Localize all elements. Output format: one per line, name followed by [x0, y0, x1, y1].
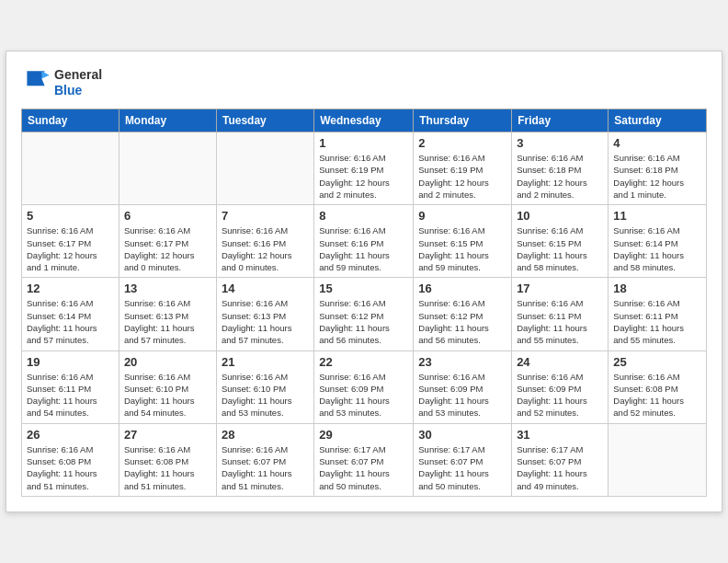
day-info-7: Sunrise: 6:16 AM Sunset: 6:16 PM Dayligh… — [222, 224, 309, 273]
day-number-30: 30 — [418, 428, 506, 442]
day-number-25: 25 — [613, 355, 701, 369]
day-cell-24: 24Sunrise: 6:16 AM Sunset: 6:09 PM Dayli… — [512, 350, 609, 423]
week-row-2: 5Sunrise: 6:16 AM Sunset: 6:17 PM Daylig… — [22, 205, 707, 278]
day-number-15: 15 — [319, 282, 408, 295]
day-cell-23: 23Sunrise: 6:16 AM Sunset: 6:09 PM Dayli… — [414, 350, 512, 423]
day-number-9: 9 — [418, 209, 506, 223]
week-row-1: 1Sunrise: 6:16 AM Sunset: 6:19 PM Daylig… — [22, 132, 707, 205]
weekday-header-row: SundayMondayTuesdayWednesdayThursdayFrid… — [22, 109, 707, 132]
day-number-1: 1 — [319, 136, 408, 150]
day-info-20: Sunrise: 6:16 AM Sunset: 6:10 PM Dayligh… — [124, 371, 211, 419]
day-info-18: Sunrise: 6:16 AM Sunset: 6:11 PM Dayligh… — [613, 297, 701, 346]
day-info-26: Sunrise: 6:16 AM Sunset: 6:08 PM Dayligh… — [27, 443, 114, 492]
svg-marker-1 — [41, 71, 49, 78]
day-info-14: Sunrise: 6:16 AM Sunset: 6:13 PM Dayligh… — [222, 297, 309, 346]
day-number-31: 31 — [517, 428, 603, 442]
day-cell-13: 13Sunrise: 6:16 AM Sunset: 6:13 PM Dayli… — [119, 278, 216, 350]
day-cell-27: 27Sunrise: 6:16 AM Sunset: 6:08 PM Dayli… — [119, 423, 216, 496]
day-cell-14: 14Sunrise: 6:16 AM Sunset: 6:13 PM Dayli… — [216, 278, 313, 350]
day-info-5: Sunrise: 6:16 AM Sunset: 6:17 PM Dayligh… — [27, 224, 114, 273]
general-blue-logo-icon — [21, 66, 51, 99]
day-cell-2: 2Sunrise: 6:16 AM Sunset: 6:19 PM Daylig… — [414, 132, 512, 205]
day-cell-5: 5Sunrise: 6:16 AM Sunset: 6:17 PM Daylig… — [22, 205, 119, 278]
day-cell-28: 28Sunrise: 6:16 AM Sunset: 6:07 PM Dayli… — [216, 423, 313, 496]
day-number-7: 7 — [222, 209, 309, 223]
day-number-11: 11 — [613, 209, 701, 223]
day-cell-16: 16Sunrise: 6:16 AM Sunset: 6:12 PM Dayli… — [414, 278, 512, 350]
day-number-4: 4 — [613, 136, 701, 150]
day-info-16: Sunrise: 6:16 AM Sunset: 6:12 PM Dayligh… — [418, 297, 506, 346]
day-cell-1: 1Sunrise: 6:16 AM Sunset: 6:19 PM Daylig… — [314, 132, 414, 205]
day-cell-31: 31Sunrise: 6:17 AM Sunset: 6:07 PM Dayli… — [512, 423, 609, 496]
day-cell-22: 22Sunrise: 6:16 AM Sunset: 6:09 PM Dayli… — [314, 350, 414, 423]
day-info-30: Sunrise: 6:17 AM Sunset: 6:07 PM Dayligh… — [418, 443, 506, 492]
week-row-4: 19Sunrise: 6:16 AM Sunset: 6:11 PM Dayli… — [22, 350, 707, 423]
day-cell-11: 11Sunrise: 6:16 AM Sunset: 6:14 PM Dayli… — [609, 205, 707, 278]
logo: GeneralBlue — [21, 66, 102, 99]
empty-cell — [216, 132, 313, 205]
day-number-28: 28 — [222, 428, 309, 442]
day-number-5: 5 — [27, 209, 114, 223]
day-cell-12: 12Sunrise: 6:16 AM Sunset: 6:14 PM Dayli… — [22, 278, 119, 350]
day-number-8: 8 — [319, 209, 408, 223]
day-number-10: 10 — [517, 209, 603, 223]
day-info-9: Sunrise: 6:16 AM Sunset: 6:15 PM Dayligh… — [418, 224, 506, 273]
day-info-23: Sunrise: 6:16 AM Sunset: 6:09 PM Dayligh… — [418, 371, 506, 419]
day-info-2: Sunrise: 6:16 AM Sunset: 6:19 PM Dayligh… — [418, 152, 506, 201]
day-info-4: Sunrise: 6:16 AM Sunset: 6:18 PM Dayligh… — [613, 152, 701, 201]
empty-cell — [119, 132, 216, 205]
day-cell-4: 4Sunrise: 6:16 AM Sunset: 6:18 PM Daylig… — [609, 132, 707, 205]
calendar-grid: SundayMondayTuesdayWednesdayThursdayFrid… — [21, 109, 707, 497]
day-number-14: 14 — [222, 282, 309, 295]
day-cell-7: 7Sunrise: 6:16 AM Sunset: 6:16 PM Daylig… — [216, 205, 313, 278]
day-info-21: Sunrise: 6:16 AM Sunset: 6:10 PM Dayligh… — [222, 371, 309, 419]
day-info-19: Sunrise: 6:16 AM Sunset: 6:11 PM Dayligh… — [27, 371, 114, 419]
weekday-header-saturday: Saturday — [609, 109, 707, 132]
day-number-12: 12 — [27, 282, 114, 295]
day-info-27: Sunrise: 6:16 AM Sunset: 6:08 PM Dayligh… — [124, 443, 211, 492]
day-cell-30: 30Sunrise: 6:17 AM Sunset: 6:07 PM Dayli… — [414, 423, 512, 496]
day-number-20: 20 — [124, 355, 211, 369]
day-info-25: Sunrise: 6:16 AM Sunset: 6:08 PM Dayligh… — [613, 371, 701, 419]
day-info-13: Sunrise: 6:16 AM Sunset: 6:13 PM Dayligh… — [124, 297, 211, 346]
day-info-15: Sunrise: 6:16 AM Sunset: 6:12 PM Dayligh… — [319, 297, 408, 346]
day-cell-9: 9Sunrise: 6:16 AM Sunset: 6:15 PM Daylig… — [414, 205, 512, 278]
day-cell-15: 15Sunrise: 6:16 AM Sunset: 6:12 PM Dayli… — [314, 278, 414, 350]
day-number-21: 21 — [222, 355, 309, 369]
day-cell-19: 19Sunrise: 6:16 AM Sunset: 6:11 PM Dayli… — [22, 350, 119, 423]
day-number-19: 19 — [27, 355, 114, 369]
day-number-29: 29 — [319, 428, 408, 442]
day-info-6: Sunrise: 6:16 AM Sunset: 6:17 PM Dayligh… — [124, 224, 211, 273]
day-cell-21: 21Sunrise: 6:16 AM Sunset: 6:10 PM Dayli… — [216, 350, 313, 423]
day-info-31: Sunrise: 6:17 AM Sunset: 6:07 PM Dayligh… — [517, 443, 603, 492]
weekday-header-sunday: Sunday — [22, 109, 119, 132]
day-number-17: 17 — [517, 282, 603, 295]
day-number-16: 16 — [418, 282, 506, 295]
day-info-17: Sunrise: 6:16 AM Sunset: 6:11 PM Dayligh… — [517, 297, 603, 346]
empty-cell — [609, 423, 707, 496]
day-number-22: 22 — [319, 355, 408, 369]
day-number-6: 6 — [124, 209, 211, 223]
week-row-3: 12Sunrise: 6:16 AM Sunset: 6:14 PM Dayli… — [22, 278, 707, 350]
day-cell-25: 25Sunrise: 6:16 AM Sunset: 6:08 PM Dayli… — [609, 350, 707, 423]
day-cell-10: 10Sunrise: 6:16 AM Sunset: 6:15 PM Dayli… — [512, 205, 609, 278]
week-row-5: 26Sunrise: 6:16 AM Sunset: 6:08 PM Dayli… — [22, 423, 707, 496]
day-cell-29: 29Sunrise: 6:17 AM Sunset: 6:07 PM Dayli… — [314, 423, 414, 496]
day-info-3: Sunrise: 6:16 AM Sunset: 6:18 PM Dayligh… — [517, 152, 603, 201]
day-info-1: Sunrise: 6:16 AM Sunset: 6:19 PM Dayligh… — [319, 152, 408, 201]
day-cell-17: 17Sunrise: 6:16 AM Sunset: 6:11 PM Dayli… — [512, 278, 609, 350]
day-info-29: Sunrise: 6:17 AM Sunset: 6:07 PM Dayligh… — [319, 443, 408, 492]
day-info-22: Sunrise: 6:16 AM Sunset: 6:09 PM Dayligh… — [319, 371, 408, 419]
day-cell-26: 26Sunrise: 6:16 AM Sunset: 6:08 PM Dayli… — [22, 423, 119, 496]
day-number-23: 23 — [418, 355, 506, 369]
day-number-3: 3 — [517, 136, 603, 150]
day-number-27: 27 — [124, 428, 211, 442]
weekday-header-wednesday: Wednesday — [314, 109, 414, 132]
header: GeneralBlue — [21, 66, 707, 99]
weekday-header-friday: Friday — [512, 109, 609, 132]
empty-cell — [22, 132, 119, 205]
day-cell-20: 20Sunrise: 6:16 AM Sunset: 6:10 PM Dayli… — [119, 350, 216, 423]
day-info-28: Sunrise: 6:16 AM Sunset: 6:07 PM Dayligh… — [222, 443, 309, 492]
weekday-header-tuesday: Tuesday — [216, 109, 313, 132]
day-number-18: 18 — [613, 282, 701, 295]
